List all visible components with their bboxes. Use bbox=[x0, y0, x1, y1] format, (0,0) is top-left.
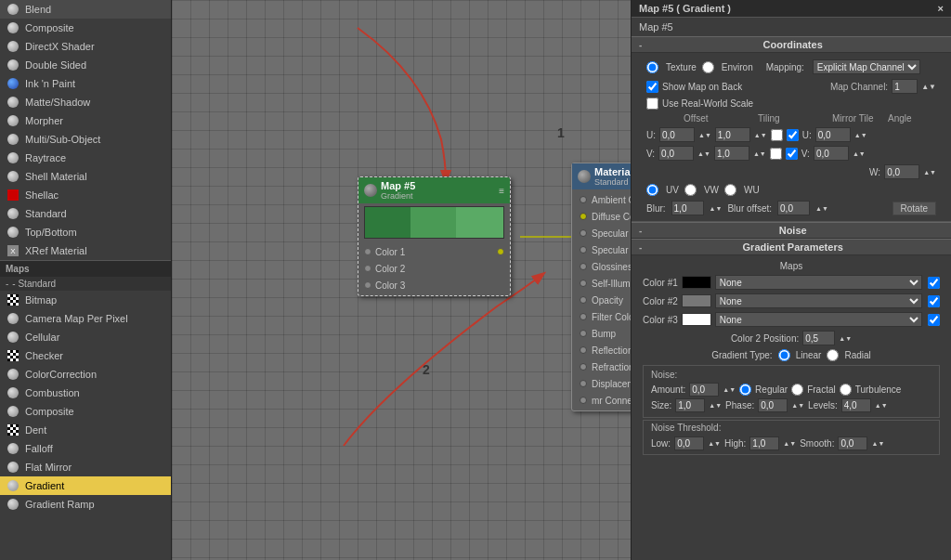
node-menu-btn[interactable]: ≡ bbox=[499, 186, 504, 196]
high-spin[interactable]: ▲▼ bbox=[783, 440, 796, 447]
v-angle-input[interactable] bbox=[814, 146, 849, 161]
map-list-item[interactable]: Combustion bbox=[0, 384, 171, 402]
noise-size-spin[interactable]: ▲▼ bbox=[709, 402, 722, 409]
map-list-item-gradient[interactable]: Gradient bbox=[0, 476, 171, 495]
u-angle-input[interactable] bbox=[815, 127, 851, 142]
color3-swatch[interactable] bbox=[682, 313, 711, 326]
u-mirror-checkbox[interactable] bbox=[771, 129, 783, 141]
list-item[interactable]: Raytrace bbox=[0, 149, 171, 167]
u-tiling-spin[interactable]: ▲▼ bbox=[754, 132, 767, 138]
mat46-node[interactable]: Material #46 Standard ≡ Ambient Color Di… bbox=[571, 163, 631, 411]
mapping-dropdown[interactable]: Explicit Map Channel bbox=[813, 59, 920, 74]
v-tiling-input[interactable] bbox=[714, 146, 749, 161]
color3-checkbox[interactable] bbox=[928, 314, 940, 326]
blur-spin[interactable]: ▲▼ bbox=[710, 205, 723, 212]
v-angle-spin[interactable]: ▲▼ bbox=[853, 150, 866, 157]
list-item[interactable]: Ink 'n Paint bbox=[0, 74, 171, 93]
map-list-item[interactable]: Cellular bbox=[0, 328, 171, 346]
color1-swatch[interactable] bbox=[682, 276, 711, 289]
low-spin[interactable]: ▲▼ bbox=[708, 440, 721, 447]
fractal-radio[interactable] bbox=[791, 384, 803, 396]
map-list-item[interactable]: Composite bbox=[0, 402, 171, 421]
list-item[interactable]: Multi/Sub-Object bbox=[0, 130, 171, 149]
color1-checkbox[interactable] bbox=[928, 277, 940, 289]
gradient-params-header[interactable]: - Gradient Parameters bbox=[632, 239, 951, 255]
color2pos-spin[interactable]: ▲▼ bbox=[839, 335, 852, 342]
map-list-item[interactable]: Gradient Ramp bbox=[0, 495, 171, 514]
color1-map-dropdown[interactable]: None bbox=[715, 275, 922, 290]
w-angle-spin[interactable]: ▲▼ bbox=[923, 169, 936, 176]
main-canvas[interactable]: 1 2 Map #5 Gradient ≡ Color 1 bbox=[172, 0, 631, 560]
u-angle-spin[interactable]: ▲▼ bbox=[854, 132, 867, 138]
rotate-button[interactable]: Rotate bbox=[892, 202, 936, 215]
map5-node[interactable]: Map #5 Gradient ≡ Color 1 Color 2 Color … bbox=[358, 176, 511, 296]
v-mirror-checkbox[interactable] bbox=[770, 148, 782, 160]
noise-levels-input[interactable] bbox=[841, 398, 871, 412]
list-item[interactable]: Composite bbox=[0, 19, 171, 37]
vw-radio[interactable] bbox=[684, 184, 697, 196]
u-tile-checkbox[interactable] bbox=[787, 129, 799, 141]
list-item[interactable]: Matte/Shadow bbox=[0, 93, 171, 111]
radial-radio[interactable] bbox=[827, 349, 839, 361]
color2pos-input[interactable] bbox=[802, 331, 835, 345]
map-list-item[interactable]: Camera Map Per Pixel bbox=[0, 309, 171, 328]
linear-radio[interactable] bbox=[778, 349, 790, 361]
v-offset-spin[interactable]: ▲▼ bbox=[697, 150, 710, 157]
v-tiling-spin[interactable]: ▲▼ bbox=[753, 150, 766, 157]
v-offset-input[interactable] bbox=[658, 146, 694, 161]
smooth-spin[interactable]: ▲▼ bbox=[871, 440, 884, 447]
list-item[interactable]: Shell Material bbox=[0, 167, 171, 186]
low-input[interactable] bbox=[674, 436, 704, 450]
sphere-icon bbox=[6, 58, 20, 72]
u-tiling-input[interactable] bbox=[715, 127, 750, 142]
show-map-checkbox[interactable] bbox=[646, 81, 658, 93]
collapse-standard-btn[interactable]: - bbox=[6, 279, 8, 289]
w-angle-input[interactable] bbox=[884, 164, 919, 179]
map-list-item[interactable]: Falloff bbox=[0, 439, 171, 458]
real-world-checkbox[interactable] bbox=[646, 98, 658, 110]
map-list-item[interactable]: ColorCorrection bbox=[0, 365, 171, 384]
color3-map-dropdown[interactable]: None bbox=[715, 312, 922, 327]
map-channel-spin[interactable]: ▲▼ bbox=[921, 83, 936, 91]
noise-levels-spin[interactable]: ▲▼ bbox=[875, 402, 888, 409]
noise-phase-input[interactable] bbox=[758, 398, 788, 412]
regular-radio[interactable] bbox=[739, 384, 751, 396]
blur-input[interactable] bbox=[671, 201, 704, 215]
list-item[interactable]: Top/Bottom bbox=[0, 223, 171, 241]
coordinates-section-header[interactable]: - Coordinates bbox=[632, 36, 951, 53]
texture-radio[interactable] bbox=[646, 61, 658, 73]
list-item[interactable]: X XRef Material bbox=[0, 241, 171, 260]
noise-phase-spin[interactable]: ▲▼ bbox=[791, 402, 804, 409]
list-item[interactable]: Blend bbox=[0, 0, 171, 19]
color2-map-dropdown[interactable]: None bbox=[715, 293, 922, 308]
map-list-item[interactable]: Dent bbox=[0, 421, 171, 439]
blur-offset-spin[interactable]: ▲▼ bbox=[815, 205, 828, 212]
map-list-item[interactable]: Bitmap bbox=[0, 291, 171, 309]
color2-swatch[interactable] bbox=[682, 294, 711, 307]
v-tile-checkbox[interactable] bbox=[786, 148, 798, 160]
uv-radio[interactable] bbox=[646, 184, 658, 196]
environ-radio[interactable] bbox=[702, 61, 714, 73]
color2-checkbox[interactable] bbox=[928, 295, 940, 307]
map-list-item[interactable]: Checker bbox=[0, 346, 171, 365]
wu-radio[interactable] bbox=[724, 184, 736, 196]
close-btn[interactable]: × bbox=[938, 3, 944, 14]
smooth-input[interactable] bbox=[838, 436, 867, 450]
noise-size-input[interactable] bbox=[675, 398, 705, 412]
noise-amount-input[interactable] bbox=[689, 383, 719, 397]
u-offset-input[interactable] bbox=[659, 127, 695, 142]
u-offset-spin[interactable]: ▲▼ bbox=[698, 132, 711, 138]
map-list-item[interactable]: Flat Mirror bbox=[0, 458, 171, 476]
list-item[interactable]: Double Sided bbox=[0, 56, 171, 74]
list-item[interactable]: DirectX Shader bbox=[0, 37, 171, 56]
list-item[interactable]: Morpher bbox=[0, 111, 171, 130]
list-item[interactable]: Standard bbox=[0, 204, 171, 223]
map-channel-input[interactable] bbox=[892, 79, 918, 94]
list-item[interactable]: Shellac bbox=[0, 186, 171, 204]
noise-section-header[interactable]: - Noise bbox=[632, 222, 951, 239]
turbulence-radio[interactable] bbox=[840, 384, 852, 396]
noise-amount-spin[interactable]: ▲▼ bbox=[723, 386, 736, 393]
color2pos-row: Color 2 Position: ▲▼ bbox=[639, 329, 944, 347]
high-input[interactable] bbox=[749, 436, 779, 450]
blur-offset-input[interactable] bbox=[777, 201, 810, 215]
